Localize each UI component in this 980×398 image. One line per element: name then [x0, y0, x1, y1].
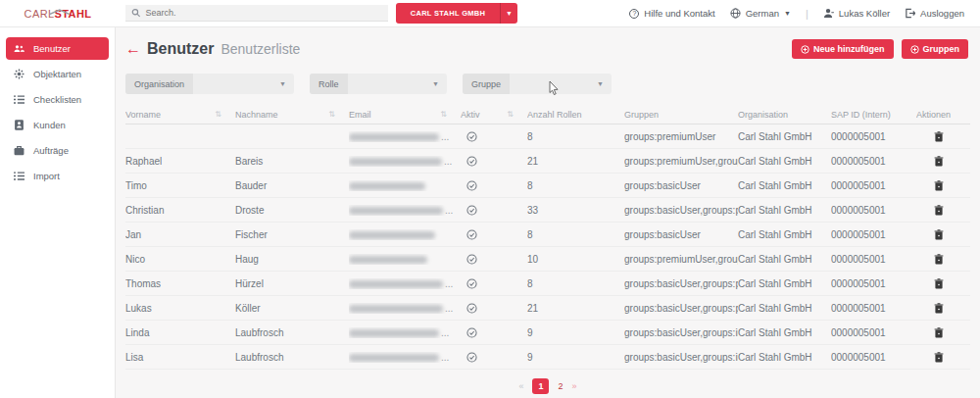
table-row[interactable]: Timo Bauder 8 groups:basicUser Carl Stah… [125, 174, 970, 198]
table-row[interactable]: Jan Fischer 8 groups:basicUser Carl Stah… [125, 223, 970, 247]
delete-user-button[interactable] [934, 254, 944, 265]
filter-gruppe-label: Gruppe [463, 74, 510, 94]
blurred-email [349, 280, 443, 288]
table-row[interactable]: Lisa Laubfrosch ... 9 groups:basicUser,g… [125, 345, 970, 370]
company-selector-button[interactable]: CARL STAHL GMBH ▼ [396, 3, 517, 24]
topbar: CARLSTAHL CARL STAHL GMBH ▼ ? Hilfe und … [0, 0, 980, 27]
table-row[interactable]: Raphael Bareis ... 21 groups:premiumUser… [125, 149, 970, 174]
cell-aktiv [461, 254, 527, 265]
delete-user-button[interactable] [934, 229, 944, 240]
groups-button[interactable]: Gruppen [902, 39, 969, 59]
cell-organisation: Carl Stahl GmbH [738, 352, 831, 363]
trash-icon [934, 327, 944, 338]
cell-organisation: Carl Stahl GmbH [738, 254, 831, 265]
check-circle-icon [466, 303, 477, 314]
cell-email [349, 229, 461, 240]
language-selector[interactable]: German ▼ [730, 8, 791, 19]
table-row[interactable]: Thomas Hürzel ... 8 groups:basicUser,gro… [125, 272, 970, 296]
table-row[interactable]: Linda Laubfrosch ... 9 groups:basicUser,… [125, 321, 970, 345]
sidebar-item-kunden[interactable]: Kunden [6, 114, 109, 136]
user-menu[interactable]: Lukas Köller [823, 8, 890, 19]
sort-icon[interactable]: ⇅ [328, 110, 335, 119]
help-link[interactable]: ? Hilfe und Kontakt [629, 8, 714, 19]
column-header-label: Organisation [738, 110, 788, 120]
pagination-prev[interactable]: « [518, 381, 523, 391]
email-ellipsis: ... [445, 278, 453, 289]
table-row[interactable]: Nico Haug 10 groups:premiumUser,group Ca… [125, 247, 970, 272]
trash-icon [934, 229, 944, 240]
filter-rolle[interactable]: Rolle ▼ [310, 74, 447, 94]
column-header-aktiv[interactable]: Aktiv⇅ [461, 110, 527, 120]
language-label: German [746, 8, 779, 19]
pagination-page-1[interactable]: 1 [532, 378, 549, 394]
blurred-email [349, 305, 443, 313]
cell-email: ... [349, 352, 461, 363]
delete-user-button[interactable] [934, 327, 944, 338]
filter-organisation-label: Organisation [125, 74, 193, 94]
sidebar: Benutzer Objektarten Checklisten Kunden … [0, 27, 116, 398]
sidebar-item-benutzer[interactable]: Benutzer [6, 37, 109, 60]
table-row[interactable]: Lukas Köller ... 21 groups:basicUser,gro… [125, 296, 970, 321]
cell-gruppen: groups:basicUser,groups:pr [624, 278, 738, 289]
cell-sap-id: 0000005001 [831, 180, 916, 191]
sidebar-item-checklisten[interactable]: Checklisten [6, 88, 109, 111]
add-new-button[interactable]: Neue hinzufügen [792, 39, 894, 59]
column-header-email[interactable]: Email⇅ [349, 110, 461, 120]
delete-user-button[interactable] [934, 303, 944, 314]
checklist-icon [14, 94, 25, 105]
pagination-next[interactable]: » [572, 381, 577, 391]
search-input[interactable] [145, 8, 382, 18]
cell-anzahl-rollen: 21 [527, 156, 624, 167]
table-body: ... 8 groups:premiumUser Carl Stahl GmbH… [125, 124, 970, 370]
cell-aktiv [461, 327, 527, 338]
cell-nachname: Droste [235, 205, 349, 216]
blurred-email [349, 182, 425, 190]
delete-user-button[interactable] [934, 180, 944, 191]
sort-icon[interactable]: ⇅ [440, 110, 447, 119]
column-header-sap-id--intern-: SAP ID (Intern) [831, 110, 916, 120]
blurred-email [349, 256, 427, 264]
cell-anzahl-rollen: 33 [527, 205, 624, 216]
filter-gruppe[interactable]: Gruppe ▼ [463, 74, 612, 94]
sidebar-item-import[interactable]: Import [6, 165, 109, 187]
column-header-nachname[interactable]: Nachname⇅ [235, 110, 349, 120]
cell-nachname: Fischer [235, 229, 349, 240]
cell-aktionen [916, 131, 970, 142]
trash-icon [934, 180, 944, 191]
global-search[interactable] [125, 5, 388, 22]
groups-label: Gruppen [923, 44, 960, 54]
chevron-down-icon: ▼ [432, 80, 447, 87]
cell-aktionen [916, 156, 970, 167]
cell-sap-id: 0000005001 [831, 352, 916, 363]
pagination-page-2[interactable]: 2 [558, 381, 563, 391]
help-label: Hilfe und Kontakt [644, 8, 714, 19]
column-header-vorname[interactable]: Vorname⇅ [125, 110, 235, 120]
logout-link[interactable]: Ausloggen [905, 8, 964, 19]
blurred-email [349, 207, 443, 215]
main-content: ← Benutzer Benutzerliste Neue hinzufügen… [116, 27, 980, 398]
email-ellipsis: ... [445, 205, 453, 216]
cell-email: ... [349, 205, 461, 216]
cell-aktiv [461, 205, 527, 216]
chevron-down-icon: ▼ [784, 10, 791, 17]
chevron-down-icon: ▼ [500, 3, 517, 24]
cell-sap-id: 0000005001 [831, 254, 916, 265]
delete-user-button[interactable] [934, 131, 944, 142]
sidebar-item-auftrge[interactable]: Aufträge [6, 139, 109, 162]
delete-user-button[interactable] [934, 352, 944, 363]
cell-gruppen: groups:basicUser [624, 180, 738, 191]
cell-anzahl-rollen: 8 [527, 278, 624, 289]
delete-user-button[interactable] [934, 205, 944, 216]
sort-icon[interactable]: ⇅ [507, 110, 514, 119]
cell-organisation: Carl Stahl GmbH [738, 180, 831, 191]
table-row[interactable]: ... 8 groups:premiumUser Carl Stahl GmbH… [125, 124, 970, 149]
sort-icon[interactable]: ⇅ [215, 110, 221, 119]
back-arrow-icon[interactable]: ← [125, 41, 141, 57]
delete-user-button[interactable] [934, 278, 944, 289]
carl-stahl-logo[interactable]: CARLSTAHL [0, 8, 116, 20]
sidebar-item-objektarten[interactable]: Objektarten [6, 63, 109, 85]
email-ellipsis: ... [441, 327, 449, 338]
table-row[interactable]: Christian Droste ... 33 groups:basicUser… [125, 198, 970, 223]
filter-organisation[interactable]: Organisation ▼ [125, 74, 294, 94]
delete-user-button[interactable] [934, 156, 944, 167]
